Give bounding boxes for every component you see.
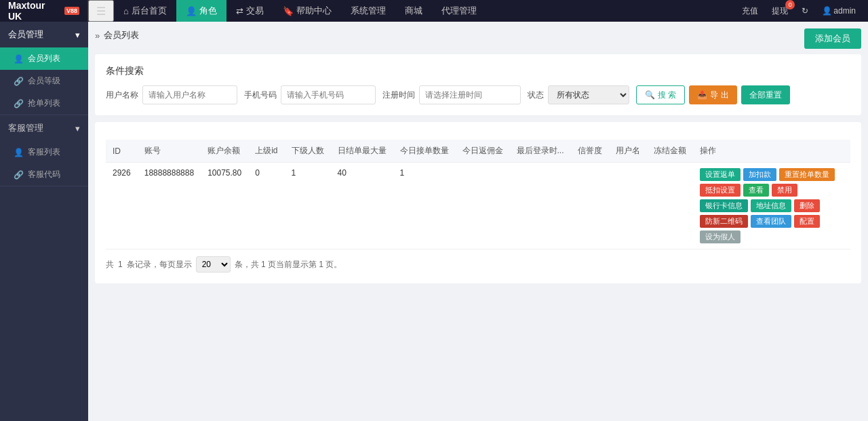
cell-balance: 10075.80	[201, 163, 248, 249]
cell-today-orders: 1	[393, 163, 456, 249]
btn-address-info[interactable]: 地址信息	[751, 199, 791, 212]
cell-credit	[571, 163, 609, 249]
withdraw-button[interactable]: 提现 0	[768, 4, 792, 18]
col-daily-max: 日结单最大量	[331, 140, 393, 163]
sidebar-group-service: 客服管理 ▾ 👤 客服列表 🔗 客服代码	[0, 115, 88, 186]
service-code-icon: 🔗	[14, 170, 24, 180]
sidebar-item-member-level[interactable]: 🔗 会员等级	[0, 70, 88, 92]
search-buttons: 🔍 搜 索 📤 导 出 全部重置	[636, 85, 790, 104]
sidebar-item-service-list[interactable]: 👤 客服列表	[0, 141, 88, 163]
admin-icon: 👤	[822, 6, 832, 16]
btn-view[interactable]: 查看	[743, 184, 769, 197]
status-select[interactable]: 所有状态	[548, 85, 629, 104]
order-list-label: 抢单列表	[28, 98, 60, 109]
nav-items: ⌂ 后台首页 👤 角色 ⇄ 交易 🔖 帮助中心 系统管理 商城 代理管理	[114, 0, 730, 22]
member-table: ID 账号 账户余额 上级id 下级人数 日结单最大量 今日接单数量 今日返佣金…	[106, 140, 850, 249]
nav-label-transaction: 交易	[246, 5, 264, 17]
reg-time-input[interactable]	[419, 85, 521, 104]
sidebar-item-member-list[interactable]: 👤 会员列表	[0, 47, 88, 70]
nav-item-role[interactable]: 👤 角色	[176, 0, 226, 22]
breadcrumb-current: 会员列表	[104, 29, 139, 41]
cell-id: 2926	[106, 163, 138, 249]
reset-button[interactable]: 全部重置	[741, 85, 790, 104]
sidebar-group-title-service[interactable]: 客服管理 ▾	[0, 115, 88, 141]
col-frozen: 冻结金额	[647, 140, 693, 163]
nav-label-dashboard: 后台首页	[132, 5, 167, 17]
cell-frozen	[647, 163, 693, 249]
refresh-button[interactable]: ↻	[797, 5, 812, 17]
export-icon: 📤	[697, 90, 707, 100]
app-name: Maxtour UK	[8, 0, 60, 22]
recharge-button[interactable]: 充值	[738, 4, 762, 18]
nav-label-help: 帮助中心	[296, 5, 332, 17]
btn-set-fake[interactable]: 设为假人	[700, 230, 741, 243]
reg-time-field: 注册时间	[382, 85, 521, 104]
nav-item-transaction[interactable]: ⇄ 交易	[226, 0, 273, 22]
btn-deduct-set[interactable]: 抵扣设置	[700, 184, 741, 197]
phone-label: 手机号码	[244, 89, 277, 101]
transaction-icon: ⇄	[236, 6, 243, 16]
search-form: 用户名称 手机号码 注册时间 状态 所有状态	[106, 85, 850, 104]
btn-reset-orders[interactable]: 重置抢单数量	[779, 168, 835, 181]
btn-disable[interactable]: 禁用	[772, 184, 797, 197]
service-list-label: 客服列表	[28, 146, 60, 158]
col-username: 用户名	[609, 140, 647, 163]
username-field: 用户名称	[106, 85, 237, 104]
col-parent-id: 上级id	[248, 140, 284, 163]
breadcrumb-separator: »	[95, 31, 100, 41]
btn-add-deduct[interactable]: 加扣款	[743, 168, 776, 181]
member-list-icon: 👤	[14, 54, 24, 64]
col-today-rebate: 今日返佣金	[456, 140, 510, 163]
nav-item-system[interactable]: 系统管理	[341, 0, 395, 22]
btn-delete[interactable]: 删除	[794, 199, 820, 212]
search-button[interactable]: 🔍 搜 索	[636, 85, 685, 104]
service-code-label: 客服代码	[28, 169, 60, 180]
nav-label-shop: 商城	[405, 5, 422, 17]
breadcrumb: » 会员列表	[95, 29, 139, 41]
username-input[interactable]	[142, 85, 237, 104]
table-card: ID 账号 账户余额 上级id 下级人数 日结单最大量 今日接单数量 今日返佣金…	[95, 122, 861, 283]
sidebar-item-service-code[interactable]: 🔗 客服代码	[0, 163, 88, 186]
cell-account: 18888888888	[138, 163, 201, 249]
action-buttons: 设置返单 加扣款 重置抢单数量 抵扣设置 查看 禁用 银行卡信息 地址信息 删除	[700, 168, 844, 228]
admin-menu[interactable]: 👤 admin	[818, 5, 860, 17]
nav-label-agent: 代理管理	[441, 5, 477, 17]
nav-item-dashboard[interactable]: ⌂ 后台首页	[114, 0, 176, 22]
btn-config[interactable]: 配置	[794, 215, 820, 228]
table-header: ID 账号 账户余额 上级id 下级人数 日结单最大量 今日接单数量 今日返佣金…	[106, 140, 850, 163]
btn-qrcode[interactable]: 防新二维码	[700, 215, 748, 228]
page-size-select[interactable]: 20 50 100	[196, 256, 231, 273]
add-member-button[interactable]: 添加会员	[804, 28, 861, 49]
btn-set-return[interactable]: 设置返单	[700, 168, 741, 181]
sidebar-group-title-member[interactable]: 会员管理 ▾	[0, 22, 88, 47]
btn-bank-info[interactable]: 银行卡信息	[700, 199, 748, 212]
phone-input[interactable]	[281, 85, 376, 104]
recharge-label: 充值	[742, 5, 758, 17]
table-body: 2926 18888888888 10075.80 0 1 40 1	[106, 163, 850, 249]
nav-item-help[interactable]: 🔖 帮助中心	[273, 0, 341, 22]
cell-actions: 设置返单 加扣款 重置抢单数量 抵扣设置 查看 禁用 银行卡信息 地址信息 删除	[693, 163, 850, 249]
app-logo: Maxtour UK V88	[0, 0, 88, 22]
status-field: 状态 所有状态	[528, 85, 629, 104]
dashboard-icon: ⌂	[123, 6, 129, 16]
search-label: 搜 索	[658, 89, 676, 101]
col-balance: 账户余额	[201, 140, 248, 163]
table-row: 2926 18888888888 10075.80 0 1 40 1	[106, 163, 850, 249]
phone-field: 手机号码	[244, 85, 376, 104]
total-count: 1	[118, 260, 123, 269]
nav-item-agent[interactable]: 代理管理	[432, 0, 486, 22]
search-title: 条件搜索	[106, 65, 850, 77]
total-suffix: 条记录，每页显示	[127, 259, 192, 270]
cell-sub-count: 1	[285, 163, 331, 249]
extra-action-buttons: 设为假人	[700, 230, 844, 243]
search-icon: 🔍	[645, 90, 655, 100]
col-last-login: 最后登录时...	[510, 140, 571, 163]
menu-toggle-button[interactable]: ☰	[88, 0, 114, 22]
cell-today-rebate	[456, 163, 510, 249]
export-button[interactable]: 📤 导 出	[689, 85, 736, 104]
sidebar-item-order-list[interactable]: 🔗 抢单列表	[0, 92, 88, 115]
col-credit: 信誉度	[571, 140, 609, 163]
nav-item-shop[interactable]: 商城	[395, 0, 432, 22]
btn-view-team[interactable]: 查看团队	[751, 215, 791, 228]
col-today-orders: 今日接单数量	[393, 140, 456, 163]
